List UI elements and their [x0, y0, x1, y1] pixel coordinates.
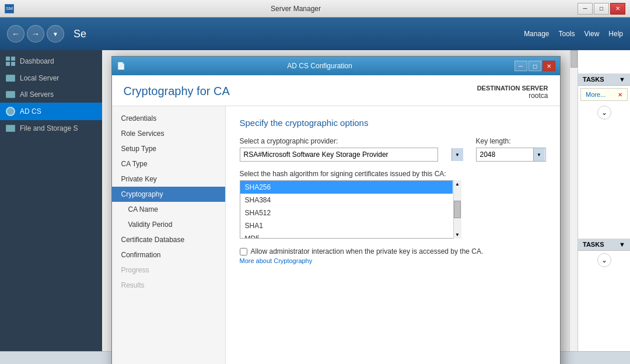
- scroll-thumb: [454, 201, 461, 218]
- sidebar: Dashboard Local Server All Servers AD CS…: [0, 50, 102, 351]
- key-length-select-wrapper: 2048 1024 4096 ▼: [476, 148, 546, 162]
- dialog-minimize-btn[interactable]: ─: [514, 61, 527, 71]
- hash-item-sha256[interactable]: SHA256: [240, 181, 453, 194]
- sidebar-label-dashboard: Dashboard: [20, 57, 54, 65]
- hash-item-sha384[interactable]: SHA384: [240, 194, 453, 206]
- dropdown-button[interactable]: ▼: [47, 25, 64, 43]
- dialog-close-btn[interactable]: ✕: [542, 61, 555, 71]
- nav-private-key[interactable]: Private Key: [112, 172, 225, 187]
- hash-group: Select the hash algorithm for signing ce…: [240, 170, 546, 239]
- sidebar-label-local-server: Local Server: [20, 74, 59, 82]
- hash-listbox-container: SHA256 SHA384 SHA512 SHA1 MD5 ▲: [240, 180, 461, 239]
- nav-validity-period[interactable]: Validity Period: [112, 217, 225, 232]
- dialog-icon: 📄: [117, 62, 125, 70]
- header-title: Se: [74, 28, 86, 40]
- close-button[interactable]: ✕: [610, 3, 625, 15]
- main-scrollbar-thumb: [570, 50, 578, 68]
- provider-select-arrow: ▼: [452, 148, 463, 161]
- menu-manage[interactable]: Manage: [524, 30, 549, 38]
- dialog-restore-btn[interactable]: ◻: [528, 61, 541, 71]
- window-controls: ─ □ ✕: [578, 3, 625, 15]
- window-title: Server Manager: [14, 5, 578, 13]
- sm-header: ← → ▼ Se Manage Tools View Help: [0, 18, 630, 50]
- hash-listbox[interactable]: SHA256 SHA384 SHA512 SHA1 MD5: [240, 180, 461, 239]
- dialog-header: Cryptography for CA DESTINATION SERVER r…: [112, 75, 560, 106]
- wizard-nav: Credentials Role Services Setup Type CA …: [112, 106, 226, 364]
- main-area: 📄 AD CS Configuration ─ ◻ ✕ Cryptography…: [102, 50, 630, 351]
- nav-confirmation[interactable]: Confirmation: [112, 247, 225, 262]
- dialog-body: Credentials Role Services Setup Type CA …: [112, 106, 560, 364]
- sidebar-item-dashboard[interactable]: Dashboard: [0, 52, 102, 70]
- sidebar-item-adcs[interactable]: AD CS: [0, 103, 102, 120]
- hash-item-md5[interactable]: MD5: [240, 232, 453, 239]
- servers-icon: [6, 91, 15, 98]
- scroll-down-arrow[interactable]: ▼: [454, 232, 461, 239]
- minimize-button[interactable]: ─: [578, 3, 593, 15]
- dialog-title: AD CS Configuration: [129, 62, 511, 70]
- tasks-dropdown-icon: ▼: [619, 76, 625, 83]
- wizard-content: Specify the cryptographic options Select…: [226, 106, 560, 364]
- nav-ca-name[interactable]: CA Name: [112, 202, 225, 217]
- maximize-button[interactable]: □: [594, 3, 609, 15]
- server-manager: ← → ▼ Se Manage Tools View Help Dashboar…: [0, 18, 630, 364]
- nav-ca-type[interactable]: CA Type: [112, 156, 225, 172]
- tasks-panel: TASKS ▼ More... ✕ ⌄ TASKS ▼ ⌄: [578, 50, 630, 351]
- dest-server-name: rootca: [477, 92, 548, 100]
- checkbox-row: Allow administrator interaction when the…: [240, 247, 546, 257]
- dest-server-label: DESTINATION SERVER: [477, 85, 548, 92]
- title-bar: SM Server Manager ─ □ ✕: [0, 0, 630, 18]
- key-length-select[interactable]: 2048 1024 4096: [476, 148, 546, 162]
- tasks-button-2[interactable]: TASKS ▼: [578, 239, 630, 251]
- storage-icon: [6, 125, 15, 132]
- sidebar-item-all-servers[interactable]: All Servers: [0, 86, 102, 103]
- sm-content: Dashboard Local Server All Servers AD CS…: [0, 50, 630, 351]
- key-length-label: Key length:: [476, 137, 546, 145]
- tasks-button-1[interactable]: TASKS ▼: [578, 74, 630, 86]
- header-menu: Manage Tools View Help: [524, 30, 623, 38]
- provider-row: Select a cryptographic provider: RSA#Mic…: [240, 137, 546, 162]
- server-icon: [6, 75, 15, 82]
- listbox-scrollbar[interactable]: ▲ ▼: [453, 180, 461, 239]
- content-title: Specify the cryptographic options: [240, 118, 546, 128]
- dialog-title-buttons: ─ ◻ ✕: [514, 61, 555, 71]
- nav-cryptography[interactable]: Cryptography: [112, 187, 225, 202]
- tasks-label-1: TASKS: [583, 76, 604, 83]
- provider-select[interactable]: RSA#Microsoft Software Key Storage Provi…: [240, 148, 438, 162]
- dialog-titlebar: 📄 AD CS Configuration ─ ◻ ✕: [112, 57, 560, 75]
- dest-server-info: DESTINATION SERVER rootca: [477, 85, 548, 100]
- more-link[interactable]: More about Cryptography: [240, 257, 313, 264]
- dialog-overlay: 📄 AD CS Configuration ─ ◻ ✕ Cryptography…: [102, 50, 569, 351]
- app-icon: SM: [5, 4, 14, 13]
- dialog-header-title: Cryptography for CA: [124, 85, 230, 98]
- nav-results: Results: [112, 278, 225, 293]
- menu-help[interactable]: Help: [608, 30, 623, 38]
- tasks-chevron-2[interactable]: ⌄: [597, 253, 611, 267]
- tasks-more-close[interactable]: ✕: [618, 92, 622, 98]
- adcs-dialog: 📄 AD CS Configuration ─ ◻ ✕ Cryptography…: [111, 56, 561, 364]
- scroll-up-arrow[interactable]: ▲: [454, 180, 461, 187]
- hash-item-sha1[interactable]: SHA1: [240, 219, 453, 232]
- nav-cert-database[interactable]: Certificate Database: [112, 232, 225, 247]
- tasks-more-item[interactable]: More... ✕: [580, 88, 628, 101]
- sidebar-label-file-storage: File and Storage S: [20, 124, 78, 132]
- sidebar-item-local-server[interactable]: Local Server: [0, 70, 102, 86]
- provider-select-wrapper: RSA#Microsoft Software Key Storage Provi…: [240, 148, 464, 162]
- nav-setup-type[interactable]: Setup Type: [112, 141, 225, 156]
- menu-view[interactable]: View: [584, 30, 600, 38]
- nav-role-services[interactable]: Role Services: [112, 126, 225, 141]
- sidebar-item-file-storage[interactable]: File and Storage S: [0, 120, 102, 136]
- menu-tools[interactable]: Tools: [559, 30, 575, 38]
- hash-item-sha512[interactable]: SHA512: [240, 206, 453, 219]
- checkbox-label[interactable]: Allow administrator interaction when the…: [251, 247, 484, 257]
- nav-progress: Progress: [112, 262, 225, 278]
- main-scrollbar-track[interactable]: [569, 50, 578, 351]
- admin-interaction-checkbox[interactable]: [240, 248, 247, 256]
- back-button[interactable]: ←: [7, 25, 24, 43]
- tasks-chevron-1[interactable]: ⌄: [597, 106, 611, 120]
- tasks-label-2: TASKS: [583, 241, 604, 248]
- forward-button[interactable]: →: [27, 25, 44, 43]
- key-length-col: Key length: 2048 1024 4096 ▼: [476, 137, 546, 162]
- nav-credentials[interactable]: Credentials: [112, 111, 225, 126]
- sidebar-label-all-servers: All Servers: [20, 90, 54, 99]
- provider-col: Select a cryptographic provider: RSA#Mic…: [240, 137, 464, 162]
